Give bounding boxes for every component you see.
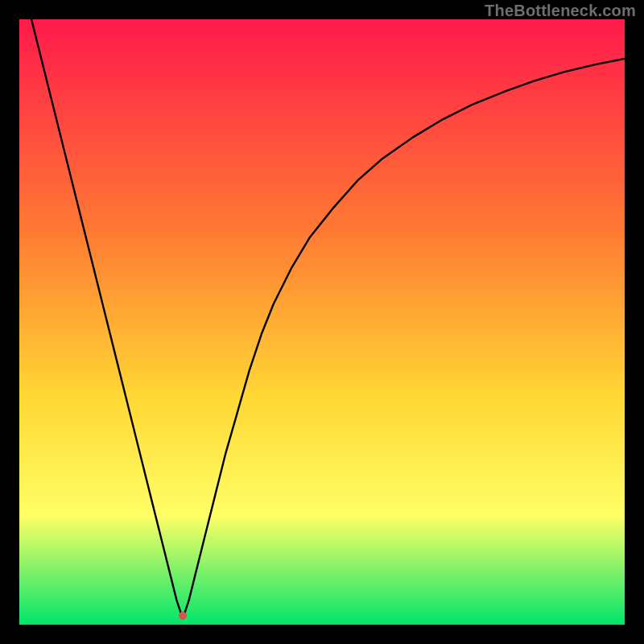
plot-svg [19,19,625,625]
watermark-text: TheBottleneck.com [485,2,636,20]
gradient-background [19,19,625,625]
optimal-point-marker [179,612,187,620]
chart-frame: TheBottleneck.com [0,0,644,644]
